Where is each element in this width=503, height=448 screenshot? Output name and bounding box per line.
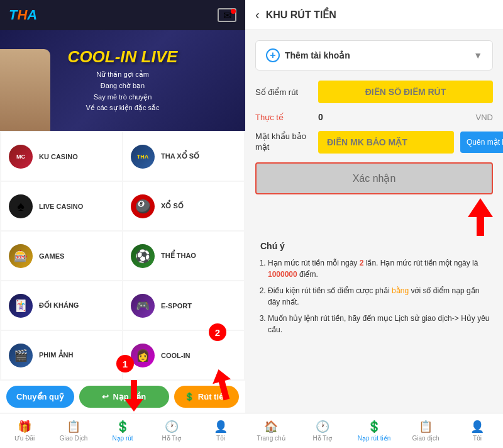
game-label-doikhang: ĐỐI KHÁNG: [39, 301, 79, 310]
add-account-dropdown[interactable]: + Thêm tài khoản ▼: [255, 40, 493, 70]
left-panel: THA ✉ COOL-IN LIVE Nữ thần gợi cảm Đang …: [0, 0, 245, 448]
list-right-icon: 📋: [419, 420, 433, 434]
nap-icon: ↩: [102, 392, 109, 401]
right-nav-label-trang-chu: Trang chủ: [257, 435, 285, 442]
right-nav-label-toi: Tôi: [473, 435, 482, 442]
svg-marker-0: [124, 380, 143, 412]
nav-item-nap-rut[interactable]: 💲 Nạp rút: [98, 413, 147, 448]
game-icon-thethao: ⚽: [131, 244, 155, 268]
right-nav-toi[interactable]: 👤 Tôi: [451, 413, 503, 448]
banner-subtitle: Nữ thần gợi cảm Đang chờ bạn Say mê trò …: [68, 69, 178, 113]
list-icon: 📋: [67, 420, 80, 434]
game-label-live: LIVE CASINO: [39, 203, 83, 210]
game-label-thethao: THỂ THAO: [161, 252, 196, 260]
game-icon-xoso: 🎱: [131, 194, 155, 218]
arrow-up-wrapper: [255, 198, 493, 236]
matkhau-label: Mật khẩu bảo mật: [255, 132, 312, 153]
game-item-xoso[interactable]: 🎱 XỔ SỐ: [123, 182, 244, 230]
nav-label-toi: Tôi: [216, 435, 225, 442]
message-icon[interactable]: ✉: [218, 8, 236, 22]
svg-marker-2: [468, 198, 493, 236]
diem-rut-input[interactable]: [318, 81, 493, 103]
arrow-down-1: [124, 375, 143, 412]
notes-list: Hạn mức rút tiền mỗi ngày 2 lần. Hạn mức…: [255, 257, 493, 335]
right-nav-nap-rut[interactable]: 💲 Nạp rút tiền: [348, 413, 400, 448]
badge-1: 1: [116, 355, 134, 372]
game-item-games[interactable]: 🎰 GAMES: [1, 232, 122, 280]
left-bottom-nav: 🎁 Ưu Đãi 📋 Giao Dịch 💲 Nạp rút 🕐 Hỗ Trợ …: [0, 413, 245, 448]
right-bottom-nav: 🏠 Trang chủ 🕐 Hỗ Trợ 💲 Nạp rút tiền 📋 Gi…: [245, 413, 503, 448]
back-button[interactable]: ‹: [255, 8, 260, 22]
matkhau-row: Mật khẩu bảo mật Quên mật khẩu?: [255, 131, 493, 154]
user-icon: 👤: [214, 420, 228, 434]
matkhau-input[interactable]: [318, 131, 454, 154]
game-label-games: GAMES: [39, 252, 64, 260]
header-icons: ✉: [218, 8, 236, 22]
game-item-thethao[interactable]: ⚽ THỂ THAO: [123, 232, 244, 280]
dollar-right-icon: 💲: [367, 420, 381, 434]
gift-icon: 🎁: [18, 420, 31, 434]
dollar-nav-icon: 💲: [116, 420, 130, 434]
game-item-esport[interactable]: 🎮 E-SPORT: [123, 281, 244, 330]
games-grid: MC KU CASINO THA THA XỔ SỐ ♠ LIVE CASINO…: [0, 131, 245, 381]
game-label-tha: THA XỔ SỐ: [161, 152, 199, 160]
game-item-doikhang[interactable]: 🃏 ĐỐI KHÁNG: [1, 281, 122, 330]
support-icon: 🕐: [165, 420, 179, 434]
right-panel: ‹ KHU RÚT TIỀN + Thêm tài khoản ▼ Số điể…: [245, 0, 503, 448]
right-nav-label-ho-tro: Hỗ Trợ: [313, 435, 333, 442]
thucte-value: 0: [318, 112, 470, 122]
game-label-ku: KU CASINO: [39, 153, 78, 160]
dollar-icon: 💲: [184, 392, 194, 401]
nav-label-ho-tro: Hỗ Trợ: [162, 435, 182, 442]
diem-rut-row: Số điểm rút: [255, 81, 493, 103]
game-label-cool: COOL-IN: [161, 352, 190, 359]
game-item-live-casino[interactable]: ♠ LIVE CASINO: [1, 182, 122, 230]
chuyen-quy-button[interactable]: Chuyển quỹ: [6, 386, 74, 408]
nav-item-giao-dich[interactable]: 📋 Giao Dịch: [49, 413, 98, 448]
game-label-esport: E-SPORT: [161, 302, 192, 310]
nav-item-uu-dai[interactable]: 🎁 Ưu Đãi: [0, 413, 49, 448]
add-account-left: + Thêm tài khoản: [266, 48, 350, 62]
home-icon: 🏠: [264, 420, 278, 434]
game-icon-tha: THA: [131, 145, 155, 169]
nav-item-toi[interactable]: 👤 Tôi: [196, 413, 245, 448]
add-account-label: Thêm tài khoản: [285, 50, 350, 60]
game-icon-cool: 👩: [131, 344, 155, 367]
chevron-down-icon: ▼: [473, 50, 482, 60]
game-label-phim: PHIM ẢNH: [39, 351, 73, 359]
user-right-icon: 👤: [470, 420, 484, 434]
game-icon-ku: MC: [9, 145, 33, 169]
logo: THA: [9, 7, 37, 23]
game-item-phim[interactable]: 🎬 PHIM ẢNH: [1, 331, 122, 379]
note-item-1: Hạn mức rút tiền mỗi ngày 2 lần. Hạn mức…: [268, 257, 493, 280]
banner: COOL-IN LIVE Nữ thần gợi cảm Đang chờ bạ…: [0, 30, 245, 131]
support-right-icon: 🕐: [316, 420, 329, 434]
quen-matkhau-button[interactable]: Quên mật khẩu?: [460, 132, 503, 153]
left-header: THA ✉: [0, 0, 245, 30]
game-icon-phim: 🎬: [9, 344, 33, 367]
game-item-tha-xoso[interactable]: THA THA XỔ SỐ: [123, 132, 244, 181]
vnd-label: VND: [476, 113, 493, 122]
plus-circle-icon: +: [266, 48, 280, 62]
right-nav-giao-dich[interactable]: 📋 Giao dịch: [400, 413, 451, 448]
right-content: + Thêm tài khoản ▼ Số điểm rút Thực tế 0…: [245, 30, 503, 413]
game-item-ku-casino[interactable]: MC KU CASINO: [1, 132, 122, 181]
banner-text: COOL-IN LIVE Nữ thần gợi cảm Đang chờ bạ…: [68, 47, 178, 113]
game-icon-live: ♠: [9, 194, 33, 218]
nav-label-giao-dich: Giao Dịch: [60, 435, 88, 442]
arrow-up-icon: [468, 198, 493, 236]
nav-label-uu-dai: Ưu Đãi: [14, 435, 35, 442]
page-title: KHU RÚT TIỀN: [266, 9, 493, 21]
banner-girl-image: [0, 49, 50, 131]
nav-item-ho-tro[interactable]: 🕐 Hỗ Trợ: [147, 413, 196, 448]
right-nav-label-giao-dich: Giao dịch: [412, 435, 439, 442]
nav-label-nap-rut: Nạp rút: [112, 435, 133, 442]
banner-title: COOL-IN LIVE: [68, 47, 178, 67]
bottom-actions: Chuyển quỹ ↩ Nạp tiền 💲 Rút tiền: [0, 381, 245, 413]
confirm-button[interactable]: Xác nhận: [255, 162, 493, 194]
right-nav-trang-chu[interactable]: 🏠 Trang chủ: [245, 413, 297, 448]
note-item-2: Điều kiện rút tiền số điểm cược phải bằn…: [268, 285, 493, 308]
badge-2: 2: [209, 323, 226, 341]
thucte-row: Thực tế 0 VND: [255, 112, 493, 122]
right-nav-ho-tro[interactable]: 🕐 Hỗ Trợ: [297, 413, 348, 448]
